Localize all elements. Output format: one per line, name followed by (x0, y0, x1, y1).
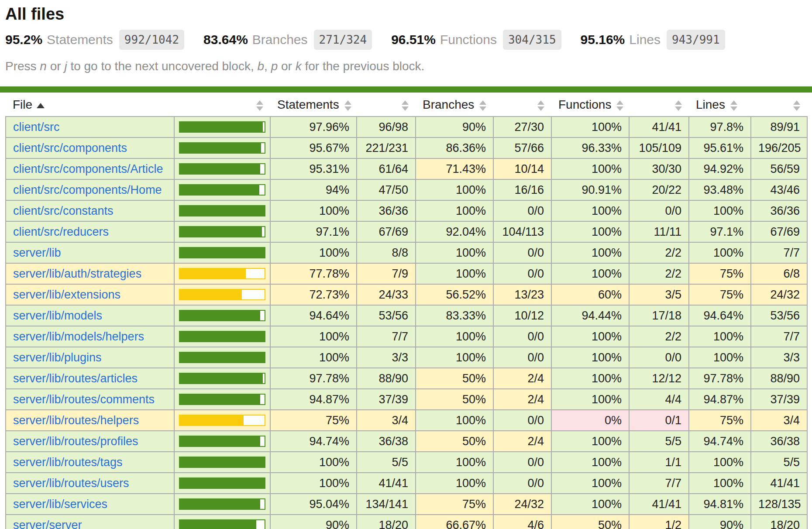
table-row: server/server90%18/2066.67%4/650%1/290%1… (6, 515, 807, 529)
table-row: client/src/components95.67%221/23186.36%… (6, 137, 807, 158)
statements-abs-cell: 36/38 (357, 431, 416, 452)
column-header-statements-abs[interactable] (357, 93, 416, 117)
file-column-label: File (13, 98, 32, 111)
file-cell: server/lib/auth/strategies (6, 263, 174, 284)
file-link[interactable]: server/lib/routes/articles (13, 372, 138, 385)
file-link[interactable]: server/lib/models/helpers (13, 330, 144, 343)
functions-label: Functions (440, 32, 497, 47)
lines-abs-cell: 128/135 (751, 494, 807, 515)
branches-pct-cell: 100% (416, 473, 493, 494)
file-link[interactable]: server/lib/models (13, 309, 102, 322)
file-link[interactable]: client/src/components (13, 141, 127, 155)
sorter-icon (344, 100, 351, 111)
column-header-branches[interactable]: Branches (416, 93, 493, 117)
metric-functions: 96.51% Functions 304/315 (391, 30, 561, 50)
lines-pct-cell: 97.1% (689, 221, 751, 242)
lines-pct-cell: 100% (689, 452, 751, 473)
file-link[interactable]: server/lib/routes/profiles (13, 435, 138, 448)
functions-pct-cell: 100% (551, 389, 629, 410)
hint-text: Press (5, 59, 40, 73)
lines-pct-cell: 100% (689, 326, 751, 347)
hint-text: or (278, 59, 295, 73)
functions-pct-cell: 100% (551, 452, 629, 473)
column-header-branches-abs[interactable] (493, 93, 551, 117)
coverage-table: File Statements Branches Functions Lines… (5, 93, 808, 529)
file-link[interactable]: server/lib/extensions (13, 288, 120, 301)
branches-abs-cell: 10/14 (493, 158, 551, 179)
lines-pct-cell: 95.61% (689, 137, 751, 158)
branches-pct-cell: 100% (416, 326, 493, 347)
file-link[interactable]: server/lib/plugins (13, 351, 102, 364)
branches-pct-cell: 100% (416, 242, 493, 263)
table-row: server/lib/routes/comments94.87%37/3950%… (6, 389, 807, 410)
file-cell: server/lib/extensions (6, 284, 174, 305)
column-header-functions-abs[interactable] (629, 93, 689, 117)
lines-pct-cell: 94.87% (689, 389, 751, 410)
branches-abs-cell: 0/0 (493, 263, 551, 284)
metric-lines: 95.16% Lines 943/991 (581, 30, 725, 50)
file-link[interactable]: client/src (13, 120, 60, 134)
lines-column-label: Lines (696, 98, 725, 111)
lines-pct-cell: 93.48% (689, 179, 751, 200)
coverage-bar-cell (174, 305, 270, 326)
statements-pct-cell: 94.74% (270, 431, 357, 452)
table-row: server/lib/models94.64%53/5683.33%10/129… (6, 305, 807, 326)
branches-pct-cell: 50% (416, 431, 493, 452)
hint-text: for the previous block. (302, 59, 425, 73)
file-link[interactable]: client/src/components/Home (13, 183, 162, 196)
file-link[interactable]: server/lib/services (13, 498, 107, 511)
key-n: n (40, 59, 47, 73)
lines-abs-cell: 6/8 (751, 263, 807, 284)
statements-abs-cell: 61/64 (357, 158, 416, 179)
column-header-bar[interactable] (174, 93, 270, 117)
functions-abs-cell: 30/30 (629, 158, 689, 179)
file-link[interactable]: client/src/constants (13, 204, 114, 217)
metric-statements: 95.2% Statements 992/1042 (5, 30, 184, 50)
file-link[interactable]: server/lib/routes/tags (13, 456, 123, 469)
file-cell: server/lib/routes/comments (6, 389, 174, 410)
file-link[interactable]: client/src/components/Article (13, 162, 163, 175)
functions-pct-cell: 100% (551, 368, 629, 389)
coverage-bar (179, 415, 265, 426)
file-link[interactable]: server/lib (13, 246, 61, 259)
functions-pct-cell: 100% (551, 242, 629, 263)
lines-abs-cell: 89/91 (751, 117, 807, 137)
functions-pct-cell: 96.33% (551, 137, 629, 158)
hint-text: or (47, 59, 64, 73)
functions-pct-cell: 100% (551, 473, 629, 494)
column-header-functions[interactable]: Functions (551, 93, 629, 117)
functions-percentage: 96.51% (391, 32, 436, 47)
file-link[interactable]: server/server (13, 519, 82, 529)
coverage-bar-cell (174, 431, 270, 452)
table-row: server/lib/plugins100%3/3100%0/0100%0/01… (6, 347, 807, 368)
file-link[interactable]: server/lib/routes/helpers (13, 414, 139, 427)
lines-abs-cell: 36/38 (751, 431, 807, 452)
branches-pct-cell: 86.36% (416, 137, 493, 158)
file-link[interactable]: server/lib/auth/strategies (13, 267, 141, 280)
summary-metrics: 95.2% Statements 992/1042 83.64% Branche… (5, 30, 807, 50)
file-link[interactable]: client/src/reducers (13, 225, 109, 238)
lines-pct-cell: 94.81% (689, 494, 751, 515)
coverage-bar-cell (174, 326, 270, 347)
metric-branches: 83.64% Branches 271/324 (203, 30, 372, 50)
statements-percentage: 95.2% (5, 32, 42, 47)
key-k: k (296, 59, 302, 73)
coverage-bar (179, 394, 265, 405)
file-link[interactable]: server/lib/routes/users (13, 477, 129, 490)
coverage-bar (179, 436, 265, 447)
functions-abs-cell: 41/41 (629, 117, 689, 137)
table-row: client/src/components/Article95.31%61/64… (6, 158, 807, 179)
report-header: All files 95.2% Statements 992/1042 83.6… (0, 0, 812, 73)
column-header-lines-abs[interactable] (751, 93, 807, 117)
functions-abs-cell: 105/109 (629, 137, 689, 158)
coverage-bar-cell (174, 389, 270, 410)
file-link[interactable]: server/lib/routes/comments (13, 393, 155, 406)
lines-abs-cell: 24/32 (751, 284, 807, 305)
branches-pct-cell: 66.67% (416, 515, 493, 529)
functions-pct-cell: 100% (551, 431, 629, 452)
column-header-statements[interactable]: Statements (270, 93, 357, 117)
column-header-file[interactable]: File (6, 93, 174, 117)
lines-fraction-badge: 943/991 (667, 30, 725, 50)
column-header-lines[interactable]: Lines (689, 93, 751, 117)
branches-abs-cell: 0/0 (493, 410, 551, 431)
